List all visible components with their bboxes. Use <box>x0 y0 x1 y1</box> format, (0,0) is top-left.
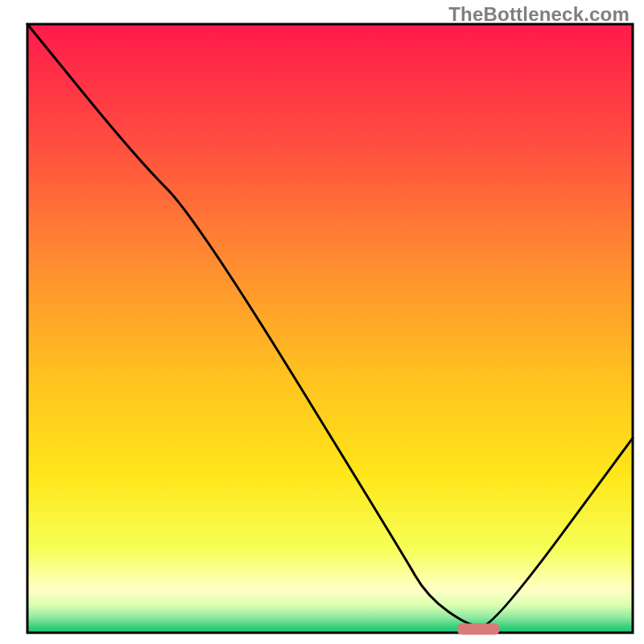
bottleneck-chart <box>0 0 644 644</box>
optimum-marker <box>457 624 500 635</box>
plot-background <box>27 24 633 633</box>
watermark-text: TheBottleneck.com <box>448 3 630 26</box>
chart-frame: TheBottleneck.com <box>0 0 644 644</box>
